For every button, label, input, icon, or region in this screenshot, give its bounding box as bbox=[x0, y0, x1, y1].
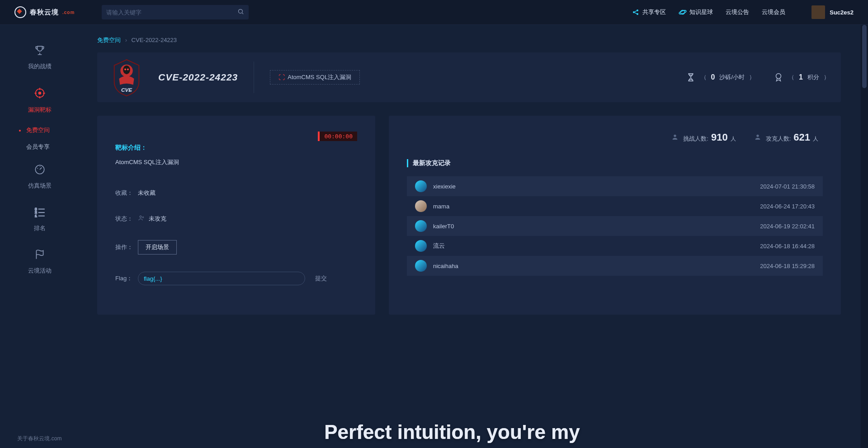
record-time: 2024-06-18 15:29:28 bbox=[760, 263, 815, 269]
value-favorite: 未收藏 bbox=[138, 189, 156, 197]
brand-suffix: .com bbox=[62, 10, 75, 15]
records-list: xiexiexie 2024-07-01 21:30:58 mama 2024-… bbox=[407, 176, 823, 276]
sidebar-item-activity[interactable]: 云境活动 bbox=[0, 241, 79, 283]
top-nav: 共享专区 知识星球 云境公告 云境会员 Suc2es2 bbox=[632, 5, 854, 19]
banner: CVE CVE-2022-24223 ⛶ AtomCMS SQL注入漏洞 （ 0… bbox=[97, 52, 841, 102]
svg-point-21 bbox=[776, 74, 781, 79]
challenge-label: 挑战人数: bbox=[683, 135, 708, 143]
records-title: 最新攻克记录 bbox=[407, 159, 823, 167]
record-name: mama bbox=[433, 203, 760, 210]
avatar bbox=[415, 220, 427, 232]
scrollbar-thumb[interactable] bbox=[862, 25, 867, 88]
sidebar-item-label: 我的战绩 bbox=[28, 62, 52, 71]
svg-point-3 bbox=[637, 9, 638, 11]
svg-point-23 bbox=[142, 217, 144, 218]
label-status: 状态： bbox=[115, 215, 138, 223]
nav-star-label: 知识星球 bbox=[689, 8, 713, 16]
points-unit: 积分 bbox=[807, 73, 819, 81]
record-name: kailerT0 bbox=[433, 223, 760, 230]
sidebar-item-scene[interactable]: 仿真场景 bbox=[0, 156, 79, 198]
points-value: 1 bbox=[799, 73, 803, 81]
divider bbox=[254, 61, 254, 93]
svg-point-2 bbox=[633, 11, 635, 13]
record-row: xiexiexie 2024-07-01 21:30:58 bbox=[407, 176, 823, 196]
username: Suc2es2 bbox=[830, 9, 854, 16]
sidebar-footer[interactable]: 关于春秋云境.com bbox=[0, 435, 79, 443]
search-icon[interactable] bbox=[237, 8, 244, 16]
brand-logo[interactable]: 春秋云境.com bbox=[14, 6, 75, 18]
share-icon bbox=[632, 8, 640, 16]
sidebar-item-label: 排名 bbox=[34, 224, 46, 232]
search-box[interactable] bbox=[102, 5, 249, 19]
flag-input[interactable] bbox=[138, 272, 305, 285]
challenge-count: 挑战人数: 910 人 bbox=[671, 132, 736, 143]
nav-member-label: 云境会员 bbox=[762, 8, 785, 16]
record-row: kailerT0 2024-06-19 22:02:41 bbox=[407, 216, 823, 236]
intro-label: 靶标介绍： bbox=[115, 144, 357, 152]
chevron-right-icon: › bbox=[125, 37, 127, 43]
list-icon: 321 bbox=[34, 206, 46, 221]
breadcrumb: 免费空间 › CVE-2022-24223 bbox=[97, 36, 841, 44]
svg-point-6 bbox=[679, 9, 687, 14]
label-favorite: 收藏： bbox=[115, 189, 138, 197]
crumb-current: CVE-2022-24223 bbox=[132, 37, 177, 43]
conquer-label: 攻克人数: bbox=[766, 135, 791, 143]
nav-notice[interactable]: 云境公告 bbox=[726, 8, 749, 16]
sidebar-sub-free[interactable]: 免费空间 bbox=[0, 122, 79, 139]
avatar bbox=[415, 200, 427, 212]
record-row: 流云 2024-06-18 16:44:28 bbox=[407, 236, 823, 256]
stat-points: （ 1 积分 ） bbox=[773, 72, 830, 83]
svg-line-1 bbox=[242, 13, 244, 14]
search-input[interactable] bbox=[106, 9, 237, 16]
hero-text: Perfect intuition, you're my bbox=[79, 421, 825, 448]
svg-point-18 bbox=[124, 69, 126, 71]
nav-share[interactable]: 共享专区 bbox=[632, 8, 666, 16]
svg-point-0 bbox=[239, 9, 243, 14]
nav-notice-label: 云境公告 bbox=[726, 8, 749, 16]
record-row: nicaihaha 2024-06-18 15:29:28 bbox=[407, 256, 823, 276]
value-status: 未攻克 bbox=[149, 215, 166, 223]
nav-member[interactable]: 云境会员 bbox=[762, 8, 785, 16]
person-icon bbox=[754, 133, 761, 142]
sidebar-item-target[interactable]: 漏洞靶标 bbox=[0, 79, 79, 122]
record-time: 2024-07-01 21:30:58 bbox=[760, 183, 815, 190]
sidebar: 我的战绩 漏洞靶标 免费空间 会员专享 仿真场景 321 排名 云境活动 关于春… bbox=[0, 25, 79, 448]
sidebar-item-rank[interactable]: 321 排名 bbox=[0, 198, 79, 241]
sidebar-item-label: 漏洞靶标 bbox=[28, 106, 52, 114]
svg-text:1: 1 bbox=[35, 214, 37, 218]
nav-star[interactable]: 知识星球 bbox=[679, 8, 713, 16]
sidebar-sub-member[interactable]: 会员专享 bbox=[0, 139, 79, 156]
medal-icon bbox=[773, 72, 784, 83]
unit: 人 bbox=[813, 135, 818, 143]
sidebar-item-record[interactable]: 我的战绩 bbox=[0, 36, 79, 79]
records-panel: 挑战人数: 910 人 攻克人数: 621 人 最新攻克记录 xiexi bbox=[389, 116, 841, 315]
user-chip[interactable]: Suc2es2 bbox=[811, 5, 854, 19]
flag-icon bbox=[34, 249, 46, 263]
submit-button[interactable]: 提交 bbox=[315, 274, 327, 283]
sidebar-sub-label: 免费空间 bbox=[26, 127, 50, 133]
svg-text:CVE: CVE bbox=[121, 87, 132, 93]
stat-sandbox: （ 0 沙砾/小时 ） bbox=[685, 72, 755, 83]
planet-icon bbox=[679, 8, 687, 16]
avatar bbox=[415, 260, 427, 272]
label-flag: Flag： bbox=[115, 274, 138, 283]
svg-point-25 bbox=[756, 134, 759, 137]
label-op: 操作： bbox=[115, 243, 138, 251]
crumb-root[interactable]: 免费空间 bbox=[97, 37, 121, 43]
scrollbar[interactable] bbox=[861, 25, 868, 448]
gauge-icon bbox=[34, 164, 46, 178]
hero-text-content: Perfect intuition, you're my bbox=[324, 421, 580, 448]
svg-point-22 bbox=[140, 216, 142, 217]
hourglass-icon bbox=[685, 72, 696, 83]
logo-icon bbox=[14, 6, 26, 18]
record-time: 2024-06-18 16:44:28 bbox=[760, 243, 815, 250]
record-time: 2024-06-19 22:02:41 bbox=[760, 223, 815, 230]
intro-text: AtomCMS SQL注入漏洞 bbox=[115, 158, 357, 166]
svg-point-17 bbox=[123, 66, 130, 75]
challenge-number: 910 bbox=[711, 132, 728, 143]
vuln-tag-label: AtomCMS SQL注入漏洞 bbox=[288, 73, 351, 81]
record-name: nicaihaha bbox=[433, 263, 760, 269]
svg-point-4 bbox=[637, 13, 638, 15]
start-scene-button[interactable]: 开启场景 bbox=[138, 240, 177, 255]
record-time: 2024-06-24 17:20:43 bbox=[760, 203, 815, 210]
